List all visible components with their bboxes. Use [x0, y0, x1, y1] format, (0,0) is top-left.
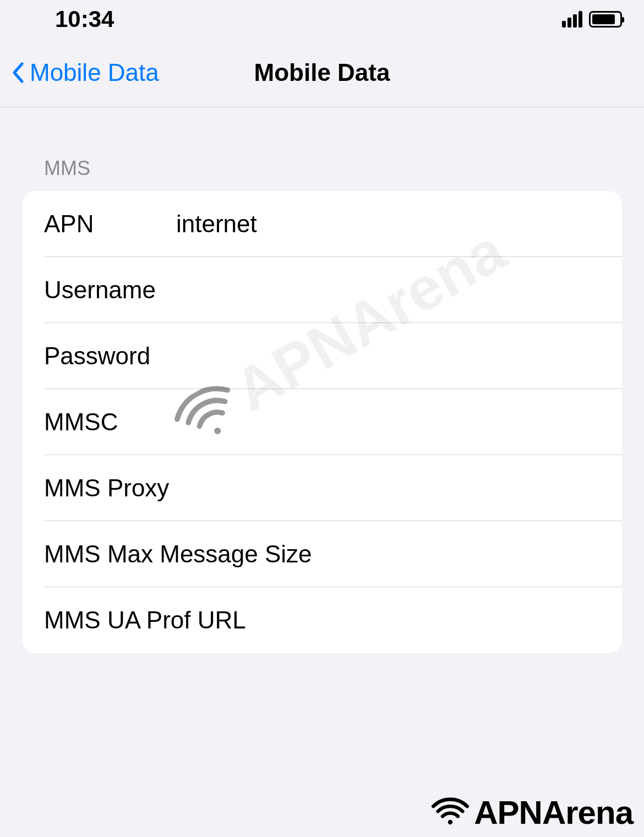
- label-mmsc: MMSC: [44, 408, 176, 436]
- logo-text: APNArena: [474, 794, 633, 831]
- wifi-icon: [431, 797, 470, 828]
- cellular-signal-icon: [562, 11, 582, 28]
- watermark-logo: APNArena: [431, 794, 633, 831]
- row-mms-proxy[interactable]: MMS Proxy: [22, 455, 622, 521]
- row-password[interactable]: Password: [22, 323, 622, 389]
- chevron-left-icon: [11, 62, 24, 84]
- label-username: Username: [44, 276, 176, 304]
- input-password[interactable]: [176, 342, 600, 370]
- label-mms-proxy: MMS Proxy: [44, 474, 169, 502]
- section-header-mms: MMS: [0, 107, 644, 191]
- status-icons: [562, 11, 622, 28]
- row-mms-max-size[interactable]: MMS Max Message Size: [22, 521, 622, 587]
- status-bar: 10:34: [0, 0, 644, 39]
- row-username[interactable]: Username: [22, 257, 622, 323]
- row-mms-ua-prof[interactable]: MMS UA Prof URL: [22, 587, 622, 653]
- svg-point-0: [448, 820, 452, 824]
- back-button[interactable]: Mobile Data: [0, 59, 159, 86]
- input-mms-ua-prof[interactable]: [246, 606, 600, 634]
- input-apn[interactable]: [176, 210, 600, 238]
- input-mms-proxy[interactable]: [169, 474, 600, 502]
- settings-group-mms: APN Username Password MMSC MMS Proxy MMS…: [22, 191, 622, 653]
- input-username[interactable]: [176, 276, 600, 304]
- battery-icon: [589, 11, 622, 28]
- row-mmsc[interactable]: MMSC: [22, 389, 622, 455]
- page-title: Mobile Data: [254, 59, 390, 86]
- back-label: Mobile Data: [30, 59, 159, 86]
- label-apn: APN: [44, 210, 176, 238]
- label-password: Password: [44, 342, 176, 370]
- input-mms-max-size[interactable]: [312, 540, 614, 568]
- nav-header: Mobile Data Mobile Data: [0, 39, 644, 107]
- label-mms-ua-prof: MMS UA Prof URL: [44, 606, 246, 634]
- input-mmsc[interactable]: [176, 408, 600, 436]
- status-time: 10:34: [55, 6, 114, 32]
- label-mms-max-size: MMS Max Message Size: [44, 540, 312, 568]
- row-apn[interactable]: APN: [22, 191, 622, 257]
